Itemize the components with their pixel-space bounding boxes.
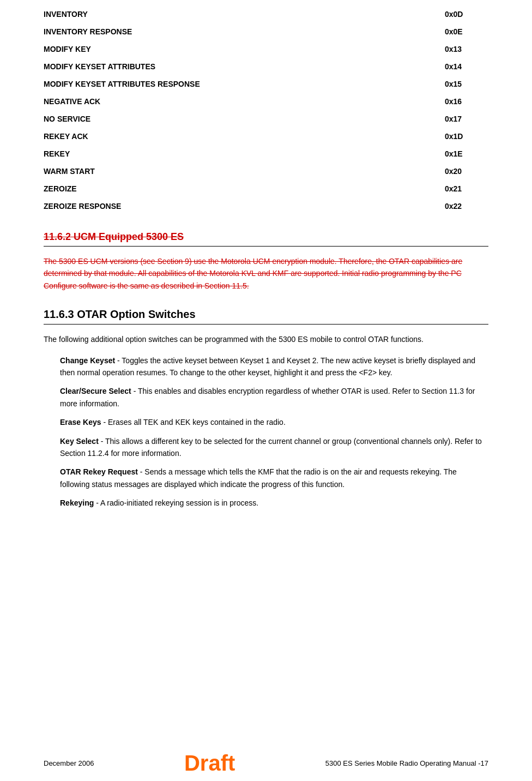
section-1162-heading: 11.6.2 UCM Equipped 5300 ES [44,231,488,243]
table-row-value: 0x16 [445,97,488,106]
footer-draft: Draft [184,751,235,776]
list-item-term: Key Select [60,437,99,446]
table-row: MODIFY KEYSET ATTRIBUTES0x14 [44,58,488,75]
table-row: REKEY0x1E [44,145,488,163]
table-row: ZEROIZE0x21 [44,180,488,197]
page-content: INVENTORY0x0DINVENTORY RESPONSE0x0EMODIF… [0,0,532,548]
list-item-term: Clear/Secure Select [60,387,131,395]
list-item-term: OTAR Rekey Request [60,467,138,476]
table-row-value: 0x17 [445,115,488,123]
table-row-label: MODIFY KEYSET ATTRIBUTES [44,62,445,71]
list-item: Erase Keys - Erases all TEK and KEK keys… [60,416,488,428]
section-1162: 11.6.2 UCM Equipped 5300 ES The 5300 ES … [44,231,488,292]
table-row: INVENTORY RESPONSE0x0E [44,23,488,40]
table-row-value: 0x20 [445,167,488,176]
table-row-label: INVENTORY [44,10,445,19]
table-row-label: NEGATIVE ACK [44,97,445,106]
table-row-label: REKEY [44,149,445,158]
page-footer: December 2006 Draft 5300 ES Series Mobil… [0,746,532,781]
table-row-value: 0x0E [445,27,488,36]
table-row: ZEROIZE RESPONSE0x22 [44,197,488,215]
list-item: Clear/Secure Select - This enables and d… [60,385,488,410]
section-1163-divider [44,324,488,325]
list-item: Key Select - This allows a different key… [60,435,488,460]
table-row: INVENTORY0x0D [44,5,488,23]
table-row-label: MODIFY KEYSET ATTRIBUTES RESPONSE [44,80,445,88]
table-row: REKEY ACK0x1D [44,128,488,145]
table-section: INVENTORY0x0DINVENTORY RESPONSE0x0EMODIF… [44,5,488,215]
list-item-term: Rekeying [60,498,94,507]
section-1163-intro: The following additional option switches… [44,333,488,345]
section-1162-para: The 5300 ES UCM versions (see Section 9)… [44,255,488,292]
items-list: Change Keyset - Toggles the active keyse… [44,355,488,509]
table-row-label: ZEROIZE RESPONSE [44,202,445,211]
table-row: NEGATIVE ACK0x16 [44,93,488,110]
list-item: OTAR Rekey Request - Sends a message whi… [60,466,488,490]
table-row-value: 0x14 [445,62,488,71]
table-row-label: REKEY ACK [44,132,445,141]
footer-date: December 2006 [44,759,94,767]
table-row: NO SERVICE0x17 [44,110,488,128]
table-row-label: MODIFY KEY [44,45,445,53]
table-row-value: 0x21 [445,184,488,193]
table-row-value: 0x22 [445,202,488,211]
table-row-label: WARM START [44,167,445,176]
section-1162-divider [44,246,488,247]
list-item: Change Keyset - Toggles the active keyse… [60,355,488,379]
table-row-value: 0x15 [445,80,488,88]
list-item: Rekeying - A radio-initiated rekeying se… [60,497,488,509]
footer-page-info: 5300 ES Series Mobile Radio Operating Ma… [325,759,488,767]
table-row: MODIFY KEY0x13 [44,40,488,58]
table-row-label: ZEROIZE [44,184,445,193]
list-item-term: Change Keyset [60,356,115,365]
table-row-value: 0x1E [445,149,488,158]
table-row-value: 0x1D [445,132,488,141]
table-row-value: 0x0D [445,10,488,19]
table-row-value: 0x13 [445,45,488,53]
list-item-term: Erase Keys [60,418,101,426]
section-1163: 11.6.3 OTAR Option Switches The followin… [44,308,488,509]
table-row-label: INVENTORY RESPONSE [44,27,445,36]
table-row: MODIFY KEYSET ATTRIBUTES RESPONSE0x15 [44,75,488,93]
section-1163-heading: 11.6.3 OTAR Option Switches [44,308,488,321]
table-row-label: NO SERVICE [44,115,445,123]
table-row: WARM START0x20 [44,163,488,180]
